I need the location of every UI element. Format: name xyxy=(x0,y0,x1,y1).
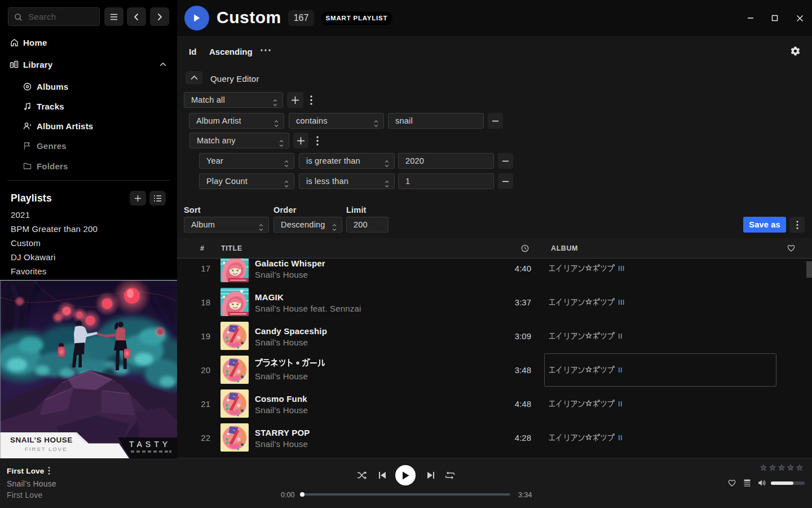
svg-text:SNAIL’S HOUSE: SNAIL’S HOUSE xyxy=(10,436,73,444)
svg-text:FIRST LOVE: FIRST LOVE xyxy=(25,446,67,452)
svg-text:TASTY: TASTY xyxy=(129,440,171,449)
